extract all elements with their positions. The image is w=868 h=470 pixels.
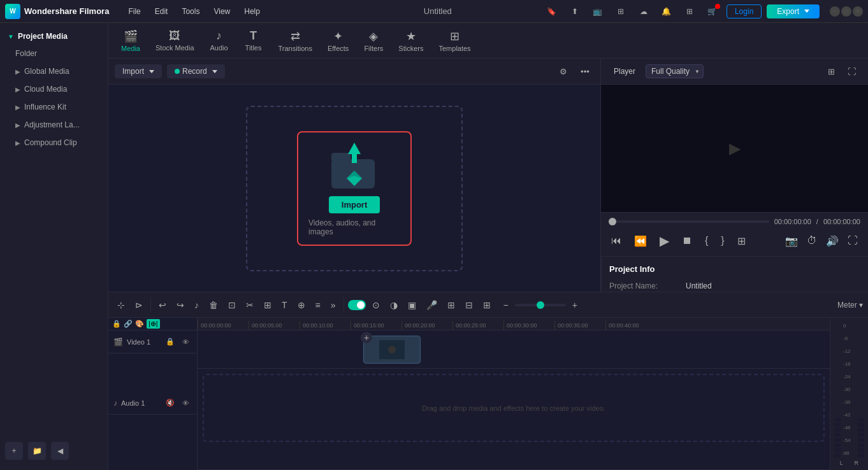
menu-edit[interactable]: Edit [148,4,175,18]
toolbar-stickers[interactable]: ★ Stickers [392,27,430,55]
record-button[interactable]: Record [167,64,225,78]
audio-track-row[interactable] [198,447,830,470]
track-lock-button[interactable]: 🔒 [112,320,121,328]
track-snap-button[interactable]: |⊕| [147,319,160,329]
split-button[interactable]: ✂ [242,297,257,313]
player-grid-icon-button[interactable]: ⊞ [822,62,840,80]
video-track-row[interactable]: + [198,331,830,369]
track-link-button[interactable]: 🔗 [124,320,133,328]
fit-button[interactable]: ⊕ [294,297,309,313]
add-audio-button[interactable]: ♪ [191,297,203,313]
timeline-icon-4[interactable]: 🎤 [423,297,441,313]
sidebar-item-adjustment-layer[interactable]: ▶ Adjustment La... [3,117,105,133]
sidebar-item-influence-kit[interactable]: ▶ Influence Kit [3,99,105,115]
progress-track[interactable] [609,220,769,223]
toolbar-stock-media[interactable]: 🖼 Stock Media [149,27,201,54]
speed-button[interactable]: ⏱ [804,232,820,249]
more-options-button[interactable]: ••• [576,62,594,80]
apps-icon[interactable]: ⊞ [681,3,698,20]
login-button[interactable]: Login [727,4,762,18]
sidebar-item-folder[interactable]: Folder [3,45,105,62]
snapshot-button[interactable]: 📷 [783,232,800,250]
toolbar-audio[interactable]: ♪ Audio [203,27,235,54]
sidebar-collapse-button[interactable]: ◀ [51,442,69,460]
minimize-button[interactable]: ─ [830,6,840,17]
audio-track-mute[interactable]: 🔇 [164,397,177,409]
toolbar-media[interactable]: 🎬 Media [115,27,147,55]
timeline-drop-area[interactable]: + Drag and drop media and effects here t… [198,331,830,470]
progress-handle[interactable] [609,218,616,225]
step-back-button[interactable]: ⏪ [632,232,649,250]
bookmark-icon[interactable]: 🔖 [543,3,561,20]
maximize-button[interactable]: □ [841,6,851,17]
drop-zone[interactable]: Drag and drop media and effects here to … [203,374,825,442]
toolbar-titles[interactable]: T Titles [238,27,270,54]
sidebar-item-compound-clip[interactable]: ▶ Compound Clip [3,134,105,151]
share-icon[interactable]: ⬆ [566,3,584,20]
text-tool-button[interactable]: T [278,297,291,313]
sidebar-item-cloud-media[interactable]: ▶ Cloud Media [3,81,105,97]
track-color-button[interactable]: 🎨 [135,320,144,328]
toolbar-templates[interactable]: ⊞ Templates [432,27,477,55]
player-tab[interactable]: Player [609,65,640,78]
zoom-out-button[interactable]: − [500,297,512,313]
toolbar-filters[interactable]: ◈ Filters [358,27,389,55]
timeline-icon-3[interactable]: ▣ [404,297,420,313]
add-folder-button[interactable]: + [5,442,23,460]
menu-tools[interactable]: Tools [175,4,206,18]
mark-in-button[interactable]: { [702,232,711,249]
quality-select[interactable]: Full Quality 1/2 Quality 1/4 Quality [646,64,704,78]
cart-icon[interactable]: 🛒 [704,3,721,20]
add-marker-button[interactable]: ⊞ [735,232,748,250]
sidebar-item-global-media[interactable]: ▶ Global Media [3,63,105,80]
mark-out-button[interactable]: } [718,232,727,249]
grid-icon[interactable]: ⊞ [612,3,630,20]
zoom-slider[interactable] [515,304,566,306]
folder-list-button[interactable]: 📁 [28,442,46,460]
player-fullscreen-icon-button[interactable]: ⛶ [843,62,860,80]
menu-view[interactable]: View [207,4,236,18]
close-button[interactable]: ✕ [853,6,863,17]
menu-help[interactable]: Help [238,4,266,18]
video-track-mute[interactable]: 👁 [179,336,192,348]
import-big-button[interactable]: Import [329,196,380,213]
cloud-icon[interactable]: ☁ [635,3,653,20]
import-button[interactable]: Import [115,64,162,78]
play-button[interactable]: ▶ [657,231,672,251]
zoom-in-button[interactable]: + [568,297,581,313]
crop-button[interactable]: ⊡ [224,297,240,313]
bell-icon[interactable]: 🔔 [658,3,676,20]
timeline-icon-7[interactable]: ⊞ [479,297,495,313]
ripple-tool-button[interactable]: ⊳ [131,297,147,313]
undo-button[interactable]: ↩ [155,297,170,313]
timeline-icon-1[interactable]: ⊙ [368,297,384,313]
meter-label[interactable]: Meter ▾ [837,301,863,310]
zoom-handle[interactable] [537,301,544,309]
audio-track-visibility[interactable]: 👁 [179,397,192,409]
sidebar-header[interactable]: ▼ Project Media [0,28,108,45]
timeline-toggle[interactable] [348,300,366,310]
redo-button[interactable]: ↪ [173,297,188,313]
scale-button[interactable]: ⊞ [260,297,275,313]
delete-button[interactable]: 🗑 [205,297,222,313]
video-clip-placeholder[interactable] [363,336,421,364]
select-tool-button[interactable]: ⊹ [113,297,129,313]
add-clip-button[interactable]: + [361,332,372,343]
filter-icon-button[interactable]: ⚙ [554,62,572,80]
import-box[interactable]: Import Videos, audios, and images [297,131,412,246]
timeline-icon-5[interactable]: ⊞ [444,297,459,313]
menu-file[interactable]: File [122,4,147,18]
video-track-lock[interactable]: 🔒 [164,336,177,348]
screen-icon[interactable]: 📺 [589,3,607,20]
more-tools-button[interactable]: » [327,297,340,313]
import-drop-zone[interactable]: Import Videos, audios, and images [246,106,463,271]
toolbar-effects[interactable]: ✦ Effects [321,27,355,55]
rewind-button[interactable]: ⏮ [609,232,624,249]
timeline-icon-2[interactable]: ◑ [386,297,401,313]
align-button[interactable]: ≡ [312,297,324,313]
fullscreen-button[interactable]: ⛶ [845,232,860,249]
timeline-icon-6[interactable]: ⊟ [461,297,477,313]
volume-button[interactable]: 🔊 [823,232,841,250]
stop-button[interactable]: ⏹ [679,232,695,249]
toolbar-transitions[interactable]: ⇄ Transitions [272,27,319,55]
